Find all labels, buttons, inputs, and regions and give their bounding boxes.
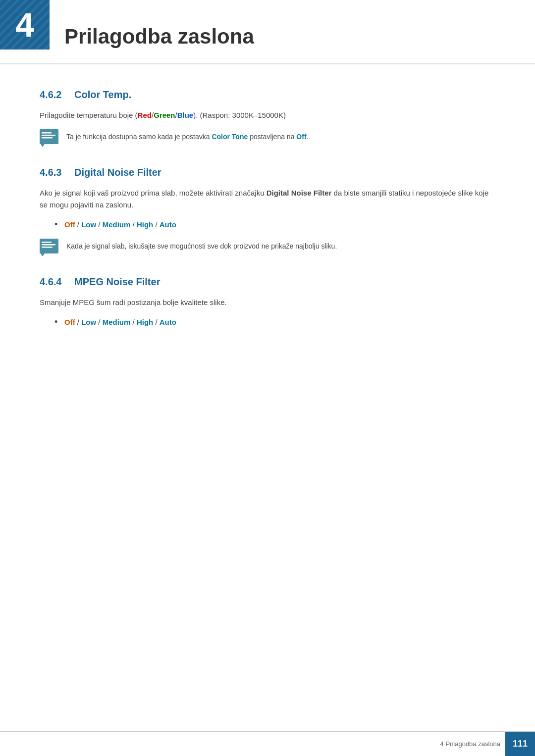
section-title-462: Color Temp. <box>74 89 131 100</box>
option-off-464: Off <box>64 318 75 326</box>
svg-marker-4 <box>41 144 45 147</box>
svg-rect-3 <box>42 137 53 139</box>
color-green-text: Green <box>154 111 175 119</box>
note-icon-463 <box>40 239 59 256</box>
page-footer: 4 Prilagodba zaslona 111 <box>0 731 535 756</box>
svg-rect-7 <box>42 244 55 246</box>
section-body-462: Prilagodite temperaturu boje (Red/Green/… <box>40 109 495 121</box>
color-red-text: Red <box>138 111 152 119</box>
note-box-463: Kada je signal slab, iskušajte sve moguć… <box>40 239 495 256</box>
main-content: 4.6.2 Color Temp. Prilagodite temperatur… <box>0 64 535 376</box>
dnf-bold: Digital Noise Filter <box>267 189 332 197</box>
svg-rect-1 <box>42 132 52 134</box>
svg-rect-2 <box>42 135 55 136</box>
bullet-list-464: Off / Low / Medium / High / Auto <box>54 316 495 328</box>
option-high-463: High <box>137 220 153 229</box>
bullet-list-463: Off / Low / Medium / High / Auto <box>54 219 495 231</box>
section-number-463: 4.6.3 <box>40 167 61 178</box>
svg-rect-8 <box>42 247 53 248</box>
page-number-block: 111 <box>505 732 535 756</box>
option-low-463: Low <box>81 220 96 229</box>
section-title-463: Digital Noise Filter <box>74 167 161 178</box>
option-high-464: High <box>137 318 153 326</box>
option-auto-463: Auto <box>160 220 176 229</box>
option-off-463: Off <box>64 220 75 229</box>
option-medium-463: Medium <box>103 220 131 229</box>
option-medium-464: Medium <box>103 318 131 326</box>
bullet-item-464-1: Off / Low / Medium / High / Auto <box>54 316 495 328</box>
section-title-464: MPEG Noise Filter <box>74 276 160 287</box>
note-text-463: Kada je signal slab, iskušajte sve moguć… <box>66 239 337 252</box>
svg-rect-0 <box>40 129 58 144</box>
svg-marker-9 <box>41 253 45 256</box>
chapter-header: 4 Prilagodba zaslona <box>0 0 535 64</box>
chapter-number-block: 4 <box>0 0 50 50</box>
section-heading-462: 4.6.2 Color Temp. <box>40 89 495 101</box>
bullet-item-463-1: Off / Low / Medium / High / Auto <box>54 219 495 231</box>
section-number-462: 4.6.2 <box>40 89 61 100</box>
note-box-462: Ta je funkcija dostupna samo kada je pos… <box>40 129 495 147</box>
section-heading-463: 4.6.3 Digital Noise Filter <box>40 167 495 178</box>
option-low-464: Low <box>81 318 96 326</box>
note-icon-462 <box>40 129 59 147</box>
section-body-463: Ako je signal koji vaš proizvod prima sl… <box>40 187 495 211</box>
page-number: 111 <box>513 739 528 749</box>
stripe-decoration <box>0 0 50 50</box>
note-text-462: Ta je funkcija dostupna samo kada je pos… <box>66 129 308 142</box>
footer-chapter-ref: 4 Prilagodba zaslona <box>440 740 505 748</box>
chapter-title: Prilagodba zaslona <box>64 15 535 49</box>
section-number-464: 4.6.4 <box>40 276 61 287</box>
section-body-464: Smanjuje MPEG šum radi postizanja bolje … <box>40 297 495 308</box>
off-bold: Off <box>296 133 306 141</box>
color-tone-bold: Color Tone <box>212 133 248 141</box>
option-auto-464: Auto <box>160 318 176 326</box>
color-blue-text: Blue <box>177 111 194 119</box>
svg-rect-5 <box>40 239 58 253</box>
svg-rect-6 <box>42 242 52 243</box>
section-heading-464: 4.6.4 MPEG Noise Filter <box>40 276 495 288</box>
